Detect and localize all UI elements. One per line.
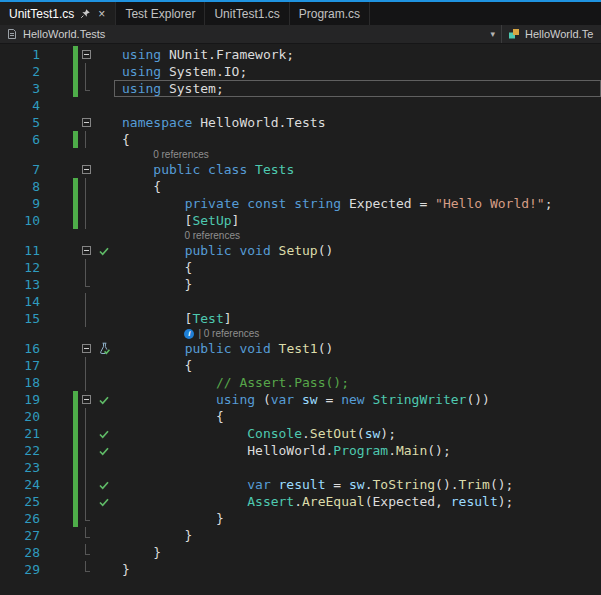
codelens[interactable]: 0 references	[0, 229, 601, 242]
change-margin	[44, 357, 78, 374]
code-text[interactable]: }	[114, 561, 601, 578]
code-text[interactable]: HelloWorld.Program.Main();	[114, 442, 601, 459]
code-text[interactable]: public void Setup()	[114, 242, 601, 259]
class-icon	[508, 28, 520, 40]
code-text[interactable]	[114, 293, 601, 310]
token	[247, 162, 255, 177]
collapse-icon[interactable]	[82, 165, 91, 174]
code-text[interactable]: using System.IO;	[114, 63, 601, 80]
code-text[interactable]: private const string Expected = "Hello W…	[114, 195, 601, 212]
test-passed-icon[interactable]	[98, 496, 110, 508]
code-text[interactable]: // Assert.Pass();	[114, 374, 601, 391]
code-text[interactable]: var result = sw.ToString().Trim();	[114, 476, 601, 493]
collapse-icon[interactable]	[82, 395, 91, 404]
token: ]	[224, 311, 232, 326]
code-text[interactable]: namespace HelloWorld.Tests	[114, 114, 601, 131]
code-text[interactable]: public void Test1()	[114, 340, 601, 357]
change-margin	[44, 310, 78, 327]
outline-margin[interactable]	[78, 114, 94, 131]
chevron-down-icon[interactable]: ▾	[490, 29, 495, 39]
test-status-margin[interactable]	[94, 493, 114, 510]
code-text[interactable]: {	[114, 259, 601, 276]
test-status-margin[interactable]	[94, 242, 114, 259]
test-status-margin	[94, 97, 114, 114]
test-status-margin[interactable]	[94, 442, 114, 459]
line-number: 19	[0, 391, 44, 408]
outline-guide-end	[85, 276, 90, 287]
test-status-margin[interactable]	[94, 425, 114, 442]
collapse-icon[interactable]	[82, 50, 91, 59]
code-text[interactable]: }	[114, 510, 601, 527]
pin-icon[interactable]	[80, 8, 91, 19]
outline-margin[interactable]	[78, 391, 94, 408]
code-text[interactable]: [SetUp]	[114, 212, 601, 229]
change-margin	[44, 459, 78, 476]
code-text[interactable]: [Test]	[114, 310, 601, 327]
code-text[interactable]: }	[114, 276, 601, 293]
token: HelloWorld.Tests	[192, 115, 325, 130]
test-beaker-icon[interactable]	[98, 342, 111, 355]
project-dropdown[interactable]: HelloWorld.Tests ▾	[0, 25, 501, 43]
test-status-margin	[94, 310, 114, 327]
token: using	[122, 64, 161, 79]
codelens[interactable]: i| 0 references	[0, 327, 601, 340]
line-number: 12	[0, 259, 44, 276]
type-dropdown[interactable]: HelloWorld.Te	[502, 25, 601, 43]
test-passed-icon[interactable]	[98, 445, 110, 457]
test-passed-icon[interactable]	[98, 428, 110, 440]
code-text[interactable]: Console.SetOut(sw);	[114, 425, 601, 442]
change-margin	[44, 493, 78, 510]
outline-margin	[78, 442, 94, 459]
code-line: 25 Assert.AreEqual(Expected, result);	[0, 493, 601, 510]
collapse-icon[interactable]	[82, 344, 91, 353]
test-status-margin[interactable]	[94, 340, 114, 357]
code-text[interactable]: using NUnit.Framework;	[114, 46, 601, 63]
collapse-icon[interactable]	[82, 118, 91, 127]
code-text[interactable]: {	[114, 408, 601, 425]
test-passed-icon[interactable]	[98, 479, 110, 491]
line-number: 25	[0, 493, 44, 510]
tab-unittest1-cs[interactable]: UnitTest1.cs×	[0, 2, 116, 25]
code-text[interactable]: Assert.AreEqual(Expected, result);	[114, 493, 601, 510]
code-text[interactable]: using System;	[114, 80, 601, 97]
test-status-margin[interactable]	[94, 476, 114, 493]
token: public	[185, 243, 232, 258]
line-number: 8	[0, 178, 44, 195]
token: result	[451, 494, 498, 509]
close-icon[interactable]: ×	[97, 8, 106, 20]
outline-margin[interactable]	[78, 46, 94, 63]
outline-margin[interactable]	[78, 161, 94, 178]
line-number: 7	[0, 161, 44, 178]
token: sw	[365, 426, 381, 441]
outline-margin[interactable]	[78, 340, 94, 357]
code-text[interactable]: {	[114, 131, 601, 148]
test-passed-icon[interactable]	[98, 245, 110, 257]
collapse-icon[interactable]	[82, 246, 91, 255]
test-passed-icon[interactable]	[98, 394, 110, 406]
outline-guide	[85, 293, 86, 310]
test-status-margin	[94, 195, 114, 212]
code-line: 15 [Test]	[0, 310, 601, 327]
codelens-label: 0 references	[153, 149, 209, 160]
code-text[interactable]	[114, 97, 601, 114]
code-text[interactable]: }	[114, 544, 601, 561]
outline-margin[interactable]	[78, 242, 94, 259]
code-text[interactable]: using (var sw = new StringWriter())	[114, 391, 601, 408]
token: Console	[247, 426, 302, 441]
tab-test-explorer[interactable]: Test Explorer	[116, 2, 205, 25]
token: using	[122, 81, 161, 96]
code-text[interactable]	[114, 459, 601, 476]
token	[122, 341, 185, 356]
test-status-margin[interactable]	[94, 391, 114, 408]
token: SetUp	[192, 213, 231, 228]
code-text[interactable]: {	[114, 178, 601, 195]
code-text[interactable]: {	[114, 357, 601, 374]
tab-unittest1-cs[interactable]: UnitTest1.cs	[205, 2, 289, 25]
token: (	[357, 426, 365, 441]
outline-guide-end	[85, 527, 90, 538]
tab-program-cs[interactable]: Program.cs	[290, 2, 370, 25]
code-text[interactable]: public class Tests	[114, 161, 601, 178]
codelens[interactable]: 0 references	[0, 148, 601, 161]
code-line: 27 }	[0, 527, 601, 544]
code-text[interactable]: }	[114, 527, 601, 544]
